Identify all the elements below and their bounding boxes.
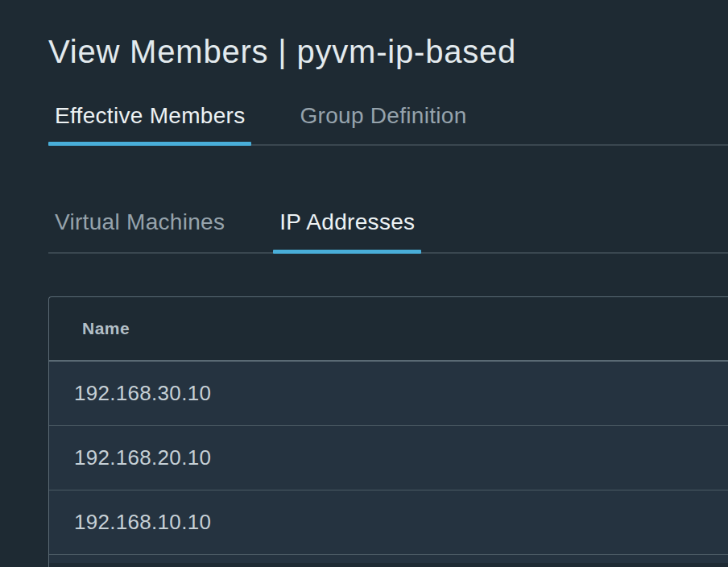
table-row-partial <box>49 555 728 563</box>
ip-address-cell: 192.168.30.10 <box>74 381 211 406</box>
view-members-panel: View Members | pyvm-ip-based Effective M… <box>0 0 728 567</box>
subtab-virtual-machines[interactable]: Virtual Machines <box>48 208 231 237</box>
subtab-ip-addresses[interactable]: IP Addresses <box>273 208 421 237</box>
column-header-name[interactable]: Name <box>82 319 130 338</box>
tab-label: Effective Members <box>55 103 245 128</box>
active-tab-indicator <box>48 142 251 146</box>
tab-effective-members[interactable]: Effective Members <box>48 101 251 130</box>
members-table: Name 192.168.30.10 192.168.20.10 192.168… <box>48 296 728 567</box>
table-row: 192.168.10.10 <box>49 490 728 555</box>
tab-group-definition[interactable]: Group Definition <box>293 101 473 130</box>
table-row: 192.168.20.10 <box>49 426 728 490</box>
page-title: View Members | pyvm-ip-based <box>48 34 516 70</box>
subtab-label: Virtual Machines <box>55 209 225 234</box>
member-type-tabs: Virtual Machines IP Addresses <box>48 208 728 255</box>
table-row: 192.168.30.10 <box>49 362 728 426</box>
main-tabs: Effective Members Group Definition <box>48 101 728 147</box>
active-subtab-indicator <box>273 250 421 254</box>
ip-address-cell: 192.168.10.10 <box>74 510 211 535</box>
ip-address-cell: 192.168.20.10 <box>74 445 211 470</box>
subtab-label: IP Addresses <box>279 209 415 234</box>
tab-label: Group Definition <box>300 103 466 128</box>
table-header-row: Name <box>49 297 728 362</box>
